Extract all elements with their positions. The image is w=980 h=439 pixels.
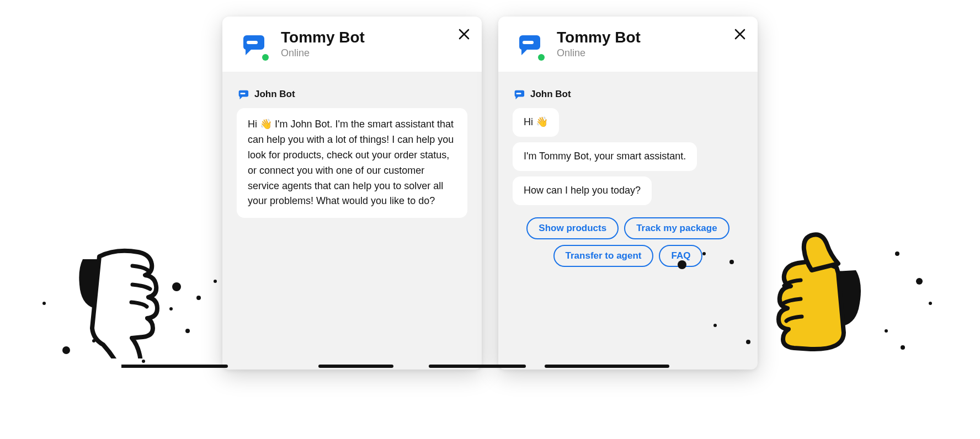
bot-title: Tommy Bot <box>281 29 365 46</box>
chat-widget-good: Tommy Bot Online John Bot Hi 👋 I'm Tommy… <box>498 17 758 370</box>
quick-reply-button[interactable]: FAQ <box>659 245 702 267</box>
svg-rect-2 <box>523 41 534 44</box>
message-sender: John Bot <box>237 88 467 100</box>
sender-name: John Bot <box>530 89 571 100</box>
bot-title: Tommy Bot <box>557 29 641 46</box>
status-dot-icon <box>262 54 269 61</box>
bot-status: Online <box>557 47 641 59</box>
quick-reply-button[interactable]: Show products <box>526 217 619 239</box>
message-sender: John Bot <box>513 88 743 100</box>
svg-rect-1 <box>240 93 245 94</box>
svg-rect-0 <box>247 41 258 44</box>
chat-bubble-icon <box>515 31 541 57</box>
chat-bubble-icon <box>513 88 525 100</box>
close-button[interactable] <box>456 26 472 42</box>
chat-header: Tommy Bot Online <box>498 17 758 72</box>
close-button[interactable] <box>732 26 748 42</box>
chat-message: Hi 👋 I'm John Bot. I'm the smart assista… <box>237 108 467 218</box>
close-icon <box>457 28 471 41</box>
bot-avatar <box>237 29 268 60</box>
chat-message: I'm Tommy Bot, your smart assistant. <box>513 142 697 171</box>
bot-status: Online <box>281 47 365 59</box>
chat-bubble-icon <box>239 31 265 57</box>
baseline-strokes-icon <box>121 364 673 370</box>
chat-header: Tommy Bot Online <box>222 17 482 72</box>
quick-reply-button[interactable]: Transfer to agent <box>553 245 654 267</box>
status-dot-icon <box>538 54 545 61</box>
chat-widget-bad: Tommy Bot Online John Bot Hi 👋 I'm John … <box>222 17 482 370</box>
close-icon <box>733 28 747 41</box>
svg-rect-3 <box>516 93 521 94</box>
chat-body: John Bot Hi 👋 I'm John Bot. I'm the smar… <box>222 72 482 370</box>
chat-message: How can I help you today? <box>513 176 652 205</box>
bot-avatar <box>513 29 544 60</box>
chat-body: John Bot Hi 👋 I'm Tommy Bot, your smart … <box>498 72 758 370</box>
quick-replies: Show products Track my package Transfer … <box>513 217 743 267</box>
chat-message: Hi 👋 <box>513 108 559 137</box>
quick-reply-button[interactable]: Track my package <box>624 217 729 239</box>
chat-bubble-icon <box>237 88 249 100</box>
sender-name: John Bot <box>254 89 295 100</box>
